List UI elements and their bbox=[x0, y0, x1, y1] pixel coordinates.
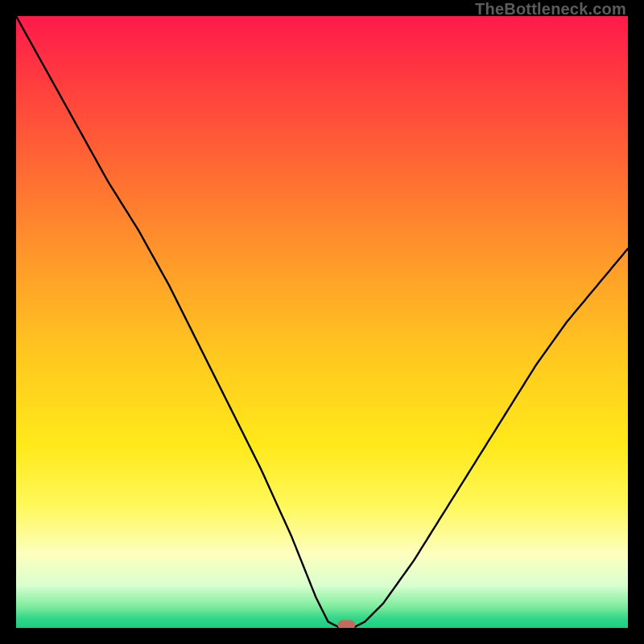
optimal-point-marker bbox=[337, 620, 355, 628]
watermark-text: TheBottleneck.com bbox=[475, 0, 626, 19]
plot-area bbox=[16, 16, 628, 628]
chart-frame: TheBottleneck.com bbox=[0, 0, 644, 644]
gradient-background bbox=[16, 16, 628, 628]
chart-svg bbox=[16, 16, 628, 628]
